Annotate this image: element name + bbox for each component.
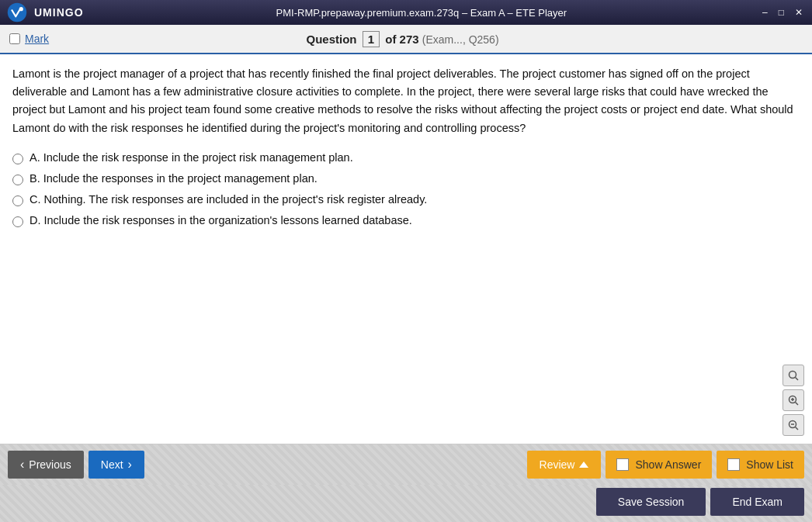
question-exam-ref: (Exam..., Q256) [422,33,499,46]
answer-radio-c[interactable] [12,195,23,206]
answer-radio-a[interactable] [12,154,23,164]
question-info: Question 1 of 273 (Exam..., Q256) [307,31,499,47]
save-session-button[interactable]: Save Session [596,488,706,516]
show-answer-button[interactable]: Show Answer [606,451,712,479]
window-title: PMI-RMP.prepaway.premium.exam.273q – Exa… [84,7,760,19]
window-controls[interactable]: – □ ✕ [759,7,806,18]
svg-point-0 [8,3,27,22]
vumingo-logo [6,2,28,23]
review-label: Review [540,458,575,471]
question-total: of 273 [385,33,418,46]
prev-arrow-icon: ‹ [20,458,24,472]
answer-item-c[interactable]: C. Nothing. The risk responses are inclu… [12,193,800,206]
mark-label[interactable]: Mark [25,33,49,45]
zoom-out-icon[interactable] [783,414,804,436]
answer-item-a[interactable]: A. Include the risk response in the proj… [12,151,800,164]
bottom-toolbar: ‹ Previous Next › Review Show Answer Sho… [0,444,812,485]
answer-item-b[interactable]: B. Include the responses in the project … [12,172,800,185]
answer-radio-b[interactable] [12,175,23,185]
search-zoom-icon[interactable] [783,365,804,386]
title-bar-left: UMINGO [6,2,84,23]
show-answer-checkbox [616,458,629,471]
side-icons [783,365,804,436]
review-arrow-icon [579,462,588,468]
logo-text: UMINGO [34,6,84,19]
show-list-button[interactable]: Show List [717,451,804,479]
save-end-row: Save Session End Exam [0,485,812,522]
answers-list: A. Include the risk response in the proj… [12,151,800,227]
question-number-box: 1 [363,31,380,47]
answer-item-d[interactable]: D. Include the risk responses in the org… [12,214,800,227]
maximize-button[interactable]: □ [776,7,787,18]
review-button[interactable]: Review [527,451,602,479]
previous-label: Previous [29,458,71,471]
zoom-in-icon[interactable] [783,389,804,411]
title-bar: UMINGO PMI-RMP.prepaway.premium.exam.273… [0,0,812,25]
question-label: Question [307,33,357,46]
svg-line-5 [796,403,799,406]
header-bar: Mark Question 1 of 273 (Exam..., Q256) [0,25,812,54]
show-list-checkbox [727,458,740,471]
close-button[interactable]: ✕ [792,7,806,18]
next-arrow-icon: › [128,458,132,472]
svg-point-2 [789,372,796,379]
show-list-label: Show List [746,458,793,471]
mark-checkbox[interactable] [9,33,20,44]
previous-button[interactable]: ‹ Previous [8,451,84,479]
next-label: Next [101,458,123,471]
minimize-button[interactable]: – [759,7,771,18]
answer-text-d: D. Include the risk responses in the org… [29,214,412,226]
end-exam-button[interactable]: End Exam [710,488,804,516]
answer-radio-d[interactable] [12,216,23,227]
answer-text-a: A. Include the risk response in the proj… [29,151,353,164]
answer-text-b: B. Include the responses in the project … [29,172,318,185]
svg-line-3 [796,378,799,381]
next-button[interactable]: Next › [88,451,144,479]
answer-text-c: C. Nothing. The risk responses are inclu… [29,193,427,206]
content-area: Lamont is the project manager of a proje… [0,54,812,444]
mark-area[interactable]: Mark [9,33,49,45]
show-answer-label: Show Answer [635,458,701,471]
question-text: Lamont is the project manager of a proje… [12,65,800,137]
svg-line-9 [796,427,799,430]
